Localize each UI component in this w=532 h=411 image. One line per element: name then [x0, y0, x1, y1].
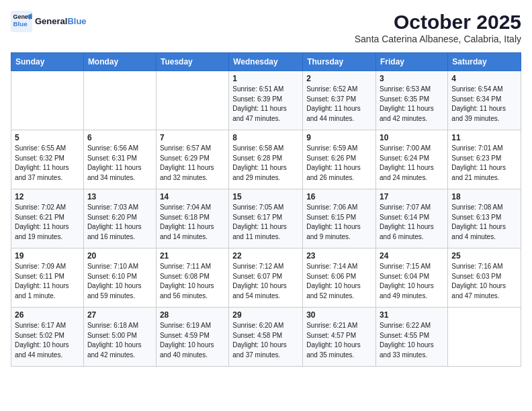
day-content: Sunrise: 6:53 AM Sunset: 6:35 PM Dayligh… [380, 85, 444, 124]
day-number: 10 [380, 133, 444, 142]
calendar-cell: 24Sunrise: 7:15 AM Sunset: 6:04 PM Dayli… [376, 248, 448, 308]
logo-icon: General Blue [11, 11, 32, 32]
day-number: 18 [451, 192, 517, 201]
day-number: 27 [87, 310, 152, 320]
day-number: 20 [87, 251, 152, 261]
day-number: 12 [15, 192, 80, 201]
day-number: 3 [380, 74, 444, 83]
calendar-cell: 6Sunrise: 6:56 AM Sunset: 6:31 PM Daylig… [83, 130, 156, 189]
calendar-cell: 23Sunrise: 7:14 AM Sunset: 6:06 PM Dayli… [303, 248, 376, 308]
day-number: 23 [306, 251, 372, 261]
day-content: Sunrise: 7:00 AM Sunset: 6:24 PM Dayligh… [380, 144, 444, 183]
day-number: 31 [380, 310, 444, 320]
calendar-cell [83, 71, 156, 130]
col-header-thursday: Thursday [303, 53, 376, 71]
day-number: 15 [232, 192, 299, 201]
calendar-cell: 14Sunrise: 7:04 AM Sunset: 6:18 PM Dayli… [156, 189, 228, 248]
day-content: Sunrise: 6:20 AM Sunset: 4:58 PM Dayligh… [232, 321, 299, 360]
logo-text: GeneralBlue [35, 16, 87, 27]
calendar-cell: 16Sunrise: 7:06 AM Sunset: 6:15 PM Dayli… [303, 189, 376, 248]
calendar-cell: 26Sunrise: 6:17 AM Sunset: 5:02 PM Dayli… [11, 308, 84, 367]
calendar-week-5: 26Sunrise: 6:17 AM Sunset: 5:02 PM Dayli… [11, 308, 521, 367]
day-content: Sunrise: 7:09 AM Sunset: 6:11 PM Dayligh… [15, 262, 80, 301]
col-header-sunday: Sunday [11, 53, 84, 71]
calendar-cell: 3Sunrise: 6:53 AM Sunset: 6:35 PM Daylig… [376, 71, 448, 130]
page-header: General Blue GeneralBlue October 2025 Sa… [11, 11, 521, 44]
day-content: Sunrise: 6:18 AM Sunset: 5:00 PM Dayligh… [87, 321, 152, 360]
calendar-week-1: 1Sunrise: 6:51 AM Sunset: 6:39 PM Daylig… [11, 71, 521, 130]
calendar-week-4: 19Sunrise: 7:09 AM Sunset: 6:11 PM Dayli… [11, 248, 521, 308]
day-number: 7 [160, 133, 225, 142]
day-content: Sunrise: 7:01 AM Sunset: 6:23 PM Dayligh… [451, 144, 517, 183]
calendar-cell: 29Sunrise: 6:20 AM Sunset: 4:58 PM Dayli… [229, 308, 303, 367]
day-content: Sunrise: 6:58 AM Sunset: 6:28 PM Dayligh… [232, 144, 299, 183]
day-number: 6 [87, 133, 152, 142]
day-content: Sunrise: 7:03 AM Sunset: 6:20 PM Dayligh… [87, 203, 152, 242]
month-title: October 2025 [355, 11, 521, 34]
calendar-cell: 11Sunrise: 7:01 AM Sunset: 6:23 PM Dayli… [448, 130, 521, 189]
calendar-cell: 25Sunrise: 7:16 AM Sunset: 6:03 PM Dayli… [448, 248, 521, 308]
day-content: Sunrise: 6:17 AM Sunset: 5:02 PM Dayligh… [15, 321, 80, 360]
calendar-cell: 21Sunrise: 7:11 AM Sunset: 6:08 PM Dayli… [156, 248, 228, 308]
day-content: Sunrise: 7:08 AM Sunset: 6:13 PM Dayligh… [451, 203, 517, 242]
col-header-tuesday: Tuesday [156, 53, 228, 71]
day-number: 8 [232, 133, 299, 142]
col-header-wednesday: Wednesday [229, 53, 303, 71]
calendar-cell: 18Sunrise: 7:08 AM Sunset: 6:13 PM Dayli… [448, 189, 521, 248]
title-block: October 2025 Santa Caterina Albanese, Ca… [355, 11, 521, 44]
calendar-cell: 12Sunrise: 7:02 AM Sunset: 6:21 PM Dayli… [11, 189, 84, 248]
day-content: Sunrise: 7:06 AM Sunset: 6:15 PM Dayligh… [306, 203, 372, 242]
calendar-cell: 31Sunrise: 6:22 AM Sunset: 4:55 PM Dayli… [376, 308, 448, 367]
calendar-cell: 17Sunrise: 7:07 AM Sunset: 6:14 PM Dayli… [376, 189, 448, 248]
col-header-friday: Friday [376, 53, 448, 71]
calendar-cell: 30Sunrise: 6:21 AM Sunset: 4:57 PM Dayli… [303, 308, 376, 367]
calendar-cell [448, 308, 521, 367]
day-number: 19 [15, 251, 80, 261]
calendar-week-2: 5Sunrise: 6:55 AM Sunset: 6:32 PM Daylig… [11, 130, 521, 189]
day-number: 28 [160, 310, 225, 320]
day-number: 14 [160, 192, 225, 201]
day-number: 2 [306, 74, 372, 83]
day-number: 22 [232, 251, 299, 261]
day-number: 29 [232, 310, 299, 320]
day-number: 1 [232, 74, 299, 83]
day-content: Sunrise: 7:16 AM Sunset: 6:03 PM Dayligh… [451, 262, 517, 301]
calendar-cell [11, 71, 84, 130]
day-content: Sunrise: 6:55 AM Sunset: 6:32 PM Dayligh… [15, 144, 80, 183]
calendar-cell: 2Sunrise: 6:52 AM Sunset: 6:37 PM Daylig… [303, 71, 376, 130]
calendar-cell: 13Sunrise: 7:03 AM Sunset: 6:20 PM Dayli… [83, 189, 156, 248]
day-number: 13 [87, 192, 152, 201]
day-number: 5 [15, 133, 80, 142]
day-content: Sunrise: 6:56 AM Sunset: 6:31 PM Dayligh… [87, 144, 152, 183]
location-subtitle: Santa Caterina Albanese, Calabria, Italy [355, 34, 521, 44]
day-number: 26 [15, 310, 80, 320]
calendar-cell: 27Sunrise: 6:18 AM Sunset: 5:00 PM Dayli… [83, 308, 156, 367]
day-content: Sunrise: 6:21 AM Sunset: 4:57 PM Dayligh… [306, 321, 372, 360]
day-content: Sunrise: 7:04 AM Sunset: 6:18 PM Dayligh… [160, 203, 225, 242]
day-number: 4 [451, 74, 517, 83]
day-number: 9 [306, 133, 372, 142]
calendar-cell: 7Sunrise: 6:57 AM Sunset: 6:29 PM Daylig… [156, 130, 228, 189]
day-content: Sunrise: 7:10 AM Sunset: 6:10 PM Dayligh… [87, 262, 152, 301]
day-content: Sunrise: 6:19 AM Sunset: 4:59 PM Dayligh… [160, 321, 225, 360]
calendar-cell: 10Sunrise: 7:00 AM Sunset: 6:24 PM Dayli… [376, 130, 448, 189]
day-content: Sunrise: 7:05 AM Sunset: 6:17 PM Dayligh… [232, 203, 299, 242]
logo: General Blue GeneralBlue [11, 11, 87, 32]
calendar-cell: 19Sunrise: 7:09 AM Sunset: 6:11 PM Dayli… [11, 248, 84, 308]
svg-text:Blue: Blue [13, 20, 28, 28]
day-number: 11 [451, 133, 517, 142]
calendar-table: SundayMondayTuesdayWednesdayThursdayFrid… [11, 52, 521, 367]
calendar-cell [156, 71, 228, 130]
day-content: Sunrise: 7:02 AM Sunset: 6:21 PM Dayligh… [15, 203, 80, 242]
day-content: Sunrise: 6:22 AM Sunset: 4:55 PM Dayligh… [380, 321, 444, 360]
calendar-cell: 8Sunrise: 6:58 AM Sunset: 6:28 PM Daylig… [229, 130, 303, 189]
calendar-cell: 15Sunrise: 7:05 AM Sunset: 6:17 PM Dayli… [229, 189, 303, 248]
day-content: Sunrise: 6:54 AM Sunset: 6:34 PM Dayligh… [451, 85, 517, 124]
day-content: Sunrise: 7:12 AM Sunset: 6:07 PM Dayligh… [232, 262, 299, 301]
day-content: Sunrise: 7:14 AM Sunset: 6:06 PM Dayligh… [306, 262, 372, 301]
day-content: Sunrise: 6:51 AM Sunset: 6:39 PM Dayligh… [232, 85, 299, 124]
day-content: Sunrise: 6:57 AM Sunset: 6:29 PM Dayligh… [160, 144, 225, 183]
col-header-monday: Monday [83, 53, 156, 71]
day-number: 17 [380, 192, 444, 201]
day-number: 24 [380, 251, 444, 261]
